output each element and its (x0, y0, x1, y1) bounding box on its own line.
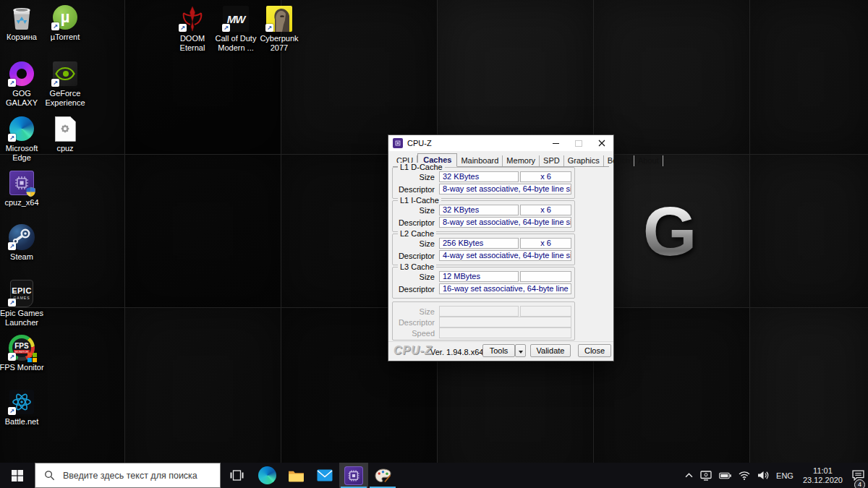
bg-panel (750, 308, 868, 488)
l2-count-field[interactable]: x 6 (520, 238, 571, 249)
shortcut-arrow-icon: ↗ (179, 24, 187, 32)
taskbar-paint-button[interactable] (368, 463, 397, 488)
l1i-count-field[interactable]: x 6 (520, 205, 571, 215)
steam-icon: ↗ (8, 223, 35, 251)
tray-wifi-button[interactable] (735, 463, 754, 488)
tab-graphics[interactable]: Graphics (564, 155, 604, 166)
tray-chevron-up-button[interactable] (681, 463, 697, 488)
group-title: L3 Cache (398, 262, 436, 271)
desktop-icon-microsoft-edge[interactable]: ↗ Microsoft Edge (0, 115, 46, 163)
l1d-descriptor-field[interactable]: 8-way set associative, 64-byte line size (439, 184, 571, 194)
tab-memory[interactable]: Memory (503, 155, 540, 166)
taskbar-cpuz-button[interactable] (339, 463, 368, 488)
taskbar-file-explorer-button[interactable] (281, 463, 310, 488)
group-extra-cache-disabled: Size Descriptor Speed (392, 301, 575, 341)
window-footer: CPU-Z Ver. 1.94.8.x64 Tools Validate Clo… (388, 341, 613, 361)
taskbar-edge-button[interactable] (252, 463, 281, 488)
tray-display-button[interactable] (697, 463, 715, 488)
close-footer-button[interactable]: Close (578, 344, 611, 357)
desktop-icon-cpuz[interactable]: cpuz (41, 115, 90, 153)
tab-about[interactable]: About (634, 155, 663, 166)
group-l1-i-cache: L1 I-Cache Size 32 KBytes x 6 Descriptor… (392, 200, 575, 232)
recycle-bin-icon (8, 4, 35, 31)
wallpaper-g-logo: G (626, 197, 713, 269)
date-label: 23.12.2020 (803, 476, 843, 485)
battery-icon (719, 472, 731, 479)
gog-galaxy-icon: ↗ (8, 60, 35, 87)
cpuz-icon (344, 466, 363, 485)
tab-bench[interactable]: Bench (604, 155, 634, 166)
group-l3-cache: L3 Cache Size 12 MBytes Descriptor 16-wa… (392, 267, 575, 299)
l3-descriptor-field[interactable]: 16-way set associative, 64-byte line siz… (439, 283, 571, 294)
tools-dropdown-button[interactable] (515, 344, 526, 357)
tools-button[interactable]: Tools (482, 344, 515, 357)
minimize-button[interactable] (544, 135, 567, 151)
bg-panel (125, 308, 281, 488)
descriptor-label: Descriptor (393, 318, 435, 328)
titlebar[interactable]: CPU-Z (388, 135, 613, 151)
language-indicator[interactable]: ENG (773, 463, 797, 488)
desktop-icon-geforce-experience[interactable]: ↗ GeForce Experience (41, 60, 90, 108)
cpuz-file-icon (51, 115, 79, 142)
desktop-icon-cyberpunk-2077[interactable]: ↗ Cyberpunk 2077 (253, 5, 305, 53)
start-button[interactable] (0, 463, 35, 488)
notification-center-button[interactable]: 4 (848, 463, 868, 488)
taskbar-search-box[interactable] (35, 463, 221, 488)
desktop-icon-battlenet[interactable]: ↗ Battle.net (0, 388, 46, 427)
l1d-size-field[interactable]: 32 KBytes (439, 171, 519, 182)
chevron-up-icon (685, 473, 693, 478)
desktop-icon-epic-games[interactable]: EPIC GAMES ↗ Epic Games Launcher (0, 280, 46, 328)
uac-shield-icon (25, 187, 36, 197)
extra-descriptor-field (439, 317, 571, 328)
file-explorer-icon (288, 469, 305, 482)
desktop-icon-steam[interactable]: ↗ Steam (0, 223, 46, 262)
l2-size-field[interactable]: 256 KBytes (439, 238, 519, 249)
windows-flag-badge-icon (27, 353, 37, 362)
cpuz-app-icon (393, 138, 403, 148)
search-input[interactable] (61, 470, 220, 481)
bg-panel (594, 308, 749, 488)
desktop-icon-label: Battle.net (0, 417, 46, 427)
tab-mainboard[interactable]: Mainboard (457, 155, 503, 166)
wifi-icon (739, 471, 750, 480)
edge-icon (258, 466, 276, 484)
shortcut-arrow-icon: ↗ (8, 79, 16, 87)
validate-button[interactable]: Validate (530, 344, 571, 357)
clock[interactable]: 11:01 23.12.2020 (797, 466, 848, 485)
tab-spd[interactable]: SPD (540, 155, 564, 166)
descriptor-label: Descriptor (393, 218, 435, 228)
l2-descriptor-field[interactable]: 4-way set associative, 64-byte line size (439, 250, 571, 261)
group-title: L2 Cache (398, 229, 436, 238)
bg-panel (125, 155, 281, 307)
l3-size-field[interactable]: 12 MBytes (439, 271, 519, 282)
taskbar-mail-button[interactable] (310, 463, 339, 488)
desktop-icon-cpuz-x64[interactable]: cpuz_x64 (0, 169, 46, 207)
fps-monitor-icon: FPS MONITOR ↗ (8, 334, 35, 361)
task-view-button[interactable] (221, 463, 252, 488)
speed-label: Speed (393, 329, 435, 338)
bg-panel (750, 155, 868, 307)
desktop-icon-utorrent[interactable]: µ ↗ µTorrent (41, 4, 90, 42)
cod-mw-icon: MW ↗ (222, 5, 250, 33)
desktop-icon-label: Cyberpunk 2077 (253, 34, 305, 53)
bg-panel (750, 0, 868, 154)
desktop-icon-label: cpuz (41, 144, 90, 153)
bg-panel (594, 0, 749, 154)
desktop-icon-label: Microsoft Edge (0, 144, 46, 163)
tray-volume-button[interactable] (754, 463, 773, 488)
shortcut-arrow-icon: ↗ (8, 407, 16, 415)
close-button[interactable] (590, 135, 613, 151)
l1d-count-field[interactable]: x 6 (520, 171, 571, 182)
extra-speed-field (439, 328, 571, 338)
desktop-icon-gog-galaxy[interactable]: ↗ GOG GALAXY (0, 60, 46, 108)
chevron-down-icon (519, 351, 523, 354)
extra-count-field (520, 306, 571, 317)
system-tray: ENG 11:01 23.12.2020 4 (681, 463, 868, 488)
desktop-icon-fps-monitor[interactable]: FPS MONITOR ↗ FPS Monitor (0, 334, 46, 372)
desktop-icon-recycle-bin[interactable]: Корзина (0, 4, 46, 42)
l1i-descriptor-field[interactable]: 8-way set associative, 64-byte line size (439, 217, 571, 228)
tray-battery-button[interactable] (715, 463, 735, 488)
size-label: Size (393, 173, 435, 182)
l1i-size-field[interactable]: 32 KBytes (439, 205, 519, 215)
l3-count-field[interactable] (520, 271, 571, 282)
